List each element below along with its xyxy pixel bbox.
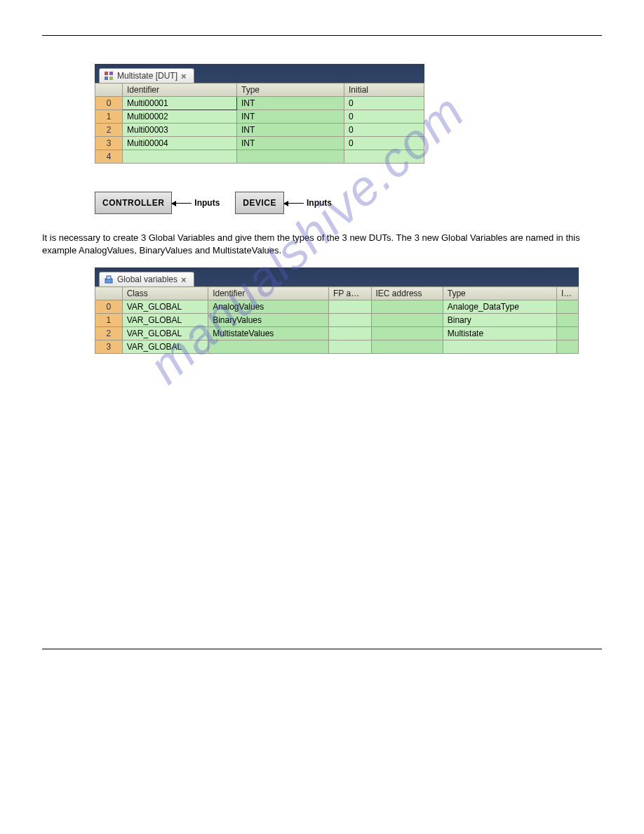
table-row[interactable]: 1 VAR_GLOBAL BinaryValues Binary: [95, 314, 579, 327]
cell-identifier[interactable]: BinaryValues: [208, 314, 329, 327]
cell-iec[interactable]: [371, 314, 443, 327]
arrow-left-icon: [284, 203, 304, 204]
cell-type[interactable]: INT: [237, 124, 344, 137]
controller-device-diagram: CONTROLLER Inputs DEVICE Inputs: [95, 192, 549, 214]
tabbar: Multistate [DUT] ×: [95, 64, 424, 83]
bottom-rule: [42, 649, 602, 649]
cell-class[interactable]: VAR_GLOBAL: [122, 340, 208, 354]
cell-iec[interactable]: [371, 300, 443, 314]
col-identifier[interactable]: Identifier: [208, 287, 329, 300]
cell-identifier[interactable]: AnalogValues: [208, 300, 329, 314]
row-number: 3: [95, 340, 123, 354]
col-type[interactable]: Type: [443, 287, 556, 300]
cell-type[interactable]: [237, 150, 344, 164]
cell-fpa[interactable]: [329, 314, 372, 327]
cell-identifier[interactable]: [208, 340, 329, 354]
cell-type[interactable]: [443, 340, 556, 354]
row-number: 0: [95, 300, 123, 314]
cell-initial[interactable]: 0: [344, 110, 424, 124]
cell-type[interactable]: Multistate: [443, 327, 556, 340]
cell-i[interactable]: [557, 340, 579, 354]
cell-class[interactable]: VAR_GLOBAL: [122, 327, 208, 340]
col-iec-address[interactable]: IEC address: [371, 287, 443, 300]
col-class[interactable]: Class: [122, 287, 208, 300]
tab-multistate-dut[interactable]: Multistate [DUT] ×: [99, 68, 194, 83]
col-i[interactable]: I…: [557, 287, 579, 300]
cell-fpa[interactable]: [329, 300, 372, 314]
table-row[interactable]: 4: [95, 150, 424, 164]
cell-type[interactable]: Analoge_DataType: [443, 300, 556, 314]
cell-identifier[interactable]: Multi00003: [123, 124, 237, 137]
cell-fpa[interactable]: [329, 327, 372, 340]
cell-type[interactable]: INT: [237, 97, 344, 110]
global-variables-panel: Global variables × Class Identifier FP a…: [95, 267, 579, 354]
tab-global-variables[interactable]: Global variables ×: [99, 272, 194, 286]
svg-rect-3: [109, 77, 113, 80]
body-paragraph: It is necessary to create 3 Global Varia…: [42, 232, 602, 257]
cell-type[interactable]: INT: [237, 110, 344, 124]
row-number: 1: [95, 314, 123, 327]
close-icon[interactable]: ×: [181, 275, 187, 284]
rownum-header: [95, 287, 123, 300]
table-row[interactable]: 1 Multi00002 INT 0: [95, 110, 424, 124]
row-number: 2: [95, 124, 123, 137]
svg-rect-2: [105, 77, 108, 80]
col-type[interactable]: Type: [237, 84, 344, 97]
row-number: 4: [95, 150, 123, 164]
col-initial[interactable]: Initial: [344, 84, 424, 97]
row-number: 0: [95, 97, 123, 110]
globals-icon: [104, 274, 114, 284]
cell-initial[interactable]: 0: [344, 97, 424, 110]
device-block: DEVICE: [235, 192, 284, 214]
header-row: Identifier Type Initial: [95, 84, 424, 97]
cell-class[interactable]: VAR_GLOBAL: [122, 314, 208, 327]
multistate-table: Identifier Type Initial 0 Multi00001 INT…: [95, 83, 424, 164]
cell-identifier[interactable]: Multi00002: [123, 110, 237, 124]
cell-identifier[interactable]: [123, 150, 237, 164]
arrow-left-icon: [172, 203, 192, 204]
cell-iec[interactable]: [371, 327, 443, 340]
globals-table: Class Identifier FP a… IEC address Type …: [95, 286, 579, 354]
close-icon[interactable]: ×: [181, 72, 187, 81]
table-row[interactable]: 3 VAR_GLOBAL: [95, 340, 579, 354]
row-number: 2: [95, 327, 123, 340]
table-row[interactable]: 0 VAR_GLOBAL AnalogValues Analoge_DataTy…: [95, 300, 579, 314]
svg-rect-0: [105, 72, 108, 75]
table-row[interactable]: 2 Multi00003 INT 0: [95, 124, 424, 137]
cell-fpa[interactable]: [329, 340, 372, 354]
cell-identifier[interactable]: MultistateValues: [208, 327, 329, 340]
cell-identifier[interactable]: Multi00004: [123, 137, 237, 150]
col-fpa[interactable]: FP a…: [329, 287, 372, 300]
tab-label: Multistate [DUT]: [117, 71, 177, 81]
tabbar: Global variables ×: [95, 267, 579, 286]
header-row: Class Identifier FP a… IEC address Type …: [95, 287, 579, 300]
inputs-label-2: Inputs: [307, 198, 332, 208]
svg-rect-1: [109, 72, 113, 75]
cell-initial[interactable]: [344, 150, 424, 164]
table-row[interactable]: 2 VAR_GLOBAL MultistateValues Multistate: [95, 327, 579, 340]
cell-initial[interactable]: 0: [344, 137, 424, 150]
cell-identifier[interactable]: Multi00001: [123, 97, 237, 110]
tab-label: Global variables: [117, 274, 177, 284]
cell-type[interactable]: Binary: [443, 314, 556, 327]
top-rule: [42, 35, 602, 36]
cell-iec[interactable]: [371, 340, 443, 354]
multistate-dut-panel: Multistate [DUT] × Identifier Type Initi…: [95, 64, 424, 164]
controller-block: CONTROLLER: [95, 192, 172, 214]
cell-i[interactable]: [557, 300, 579, 314]
table-row[interactable]: 0 Multi00001 INT 0: [95, 97, 424, 110]
svg-rect-5: [107, 276, 111, 279]
row-number: 3: [95, 137, 123, 150]
cell-i[interactable]: [557, 327, 579, 340]
cell-initial[interactable]: 0: [344, 124, 424, 137]
table-row[interactable]: 3 Multi00004 INT 0: [95, 137, 424, 150]
col-identifier[interactable]: Identifier: [123, 84, 237, 97]
inputs-label-1: Inputs: [194, 198, 220, 208]
cell-type[interactable]: INT: [237, 137, 344, 150]
cell-i[interactable]: [557, 314, 579, 327]
rownum-header: [95, 84, 123, 97]
cell-class[interactable]: VAR_GLOBAL: [122, 300, 208, 314]
arrow-left-wrap-2: [284, 203, 304, 204]
arrow-left-wrap: [172, 203, 192, 204]
grid-icon: [104, 71, 114, 81]
